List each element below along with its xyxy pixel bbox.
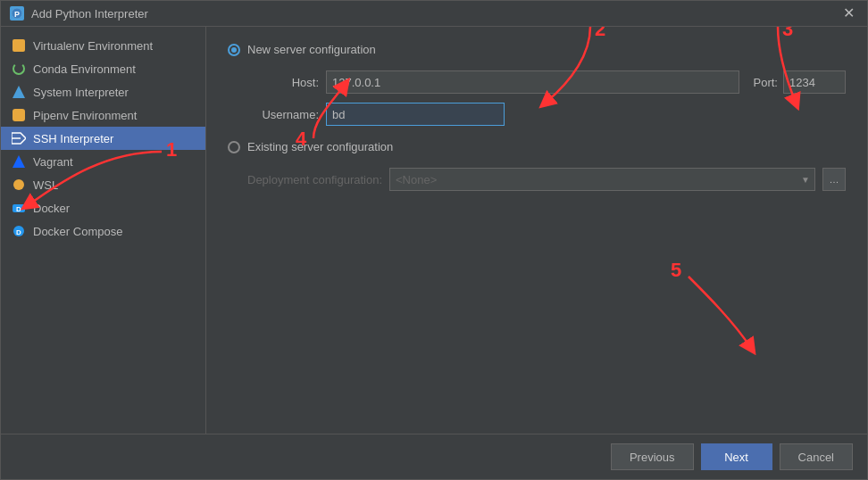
- sidebar-item-docker-compose[interactable]: D Docker Compose: [1, 219, 205, 243]
- sidebar-item-wsl[interactable]: WSL: [1, 173, 205, 196]
- conda-icon: [12, 62, 26, 76]
- vagrant-icon: [12, 154, 26, 169]
- title-bar: P Add Python Interpreter ✕: [1, 1, 867, 27]
- svg-point-5: [13, 179, 24, 190]
- svg-text:2: 2: [595, 27, 605, 40]
- virtualenv-icon: [12, 38, 26, 53]
- svg-text:D: D: [16, 228, 21, 236]
- new-server-form: Host: Port: Username:: [247, 70, 846, 126]
- sidebar-item-virtualenv[interactable]: Virtualenv Environment: [1, 34, 205, 57]
- svg-marker-4: [13, 155, 25, 168]
- add-python-interpreter-dialog: P Add Python Interpreter ✕ Virtualenv En…: [0, 0, 868, 480]
- svg-text:3: 3: [782, 27, 793, 40]
- deployment-row: Deployment configuration: <None> ▼ …: [247, 168, 846, 191]
- username-input[interactable]: [326, 103, 505, 126]
- sidebar-item-system[interactable]: System Interpreter: [1, 80, 205, 103]
- dialog-icon: P: [10, 6, 24, 21]
- cancel-button[interactable]: Cancel: [780, 443, 853, 470]
- pipenv-icon: [12, 108, 26, 122]
- svg-text:D: D: [16, 205, 21, 213]
- wsl-icon: [12, 178, 26, 192]
- sidebar-item-docker[interactable]: D Docker: [1, 196, 205, 219]
- annotation-arrow-5: 5: [635, 259, 778, 366]
- existing-server-label[interactable]: Existing server configuration: [247, 140, 393, 153]
- deployment-browse-button[interactable]: …: [822, 168, 846, 191]
- docker-compose-icon: D: [12, 224, 26, 238]
- existing-server-section: Deployment configuration: <None> ▼ …: [247, 168, 846, 191]
- sidebar: Virtualenv Environment Conda Environment…: [1, 27, 206, 434]
- system-icon: [12, 85, 26, 99]
- previous-button[interactable]: Previous: [611, 443, 694, 470]
- main-content: New server configuration Host: Port: Use…: [206, 27, 867, 434]
- username-row: Username:: [247, 103, 846, 126]
- docker-icon: D: [12, 201, 26, 215]
- new-server-label[interactable]: New server configuration: [247, 43, 376, 56]
- port-input[interactable]: [783, 70, 846, 94]
- new-server-radio[interactable]: [228, 44, 240, 56]
- dialog-footer: Previous Next Cancel: [1, 434, 867, 479]
- username-label: Username:: [247, 108, 319, 121]
- deployment-label: Deployment configuration:: [247, 173, 382, 186]
- dialog-title: Add Python Interpreter: [31, 7, 148, 21]
- svg-text:5: 5: [671, 259, 681, 281]
- sidebar-item-pipenv[interactable]: Pipenv Environment: [1, 103, 205, 127]
- sidebar-item-conda[interactable]: Conda Environment: [1, 57, 205, 80]
- host-row: Host: Port:: [247, 70, 846, 94]
- sidebar-item-ssh[interactable]: SSH Interpreter: [1, 127, 205, 150]
- existing-server-radio[interactable]: [228, 141, 240, 153]
- deployment-select[interactable]: <None>: [389, 168, 815, 191]
- existing-server-radio-row: Existing server configuration: [228, 140, 846, 153]
- host-label: Host:: [247, 76, 319, 89]
- port-label: Port:: [754, 76, 778, 89]
- ssh-icon: [12, 131, 26, 145]
- next-button[interactable]: Next: [701, 443, 772, 470]
- new-server-radio-row: New server configuration: [228, 43, 846, 56]
- sidebar-item-vagrant[interactable]: Vagrant: [1, 150, 205, 173]
- svg-text:P: P: [14, 10, 20, 19]
- dialog-body: Virtualenv Environment Conda Environment…: [1, 27, 867, 434]
- deployment-select-wrapper: <None> ▼: [389, 168, 815, 191]
- host-input[interactable]: [326, 70, 739, 94]
- close-button[interactable]: ✕: [839, 6, 858, 21]
